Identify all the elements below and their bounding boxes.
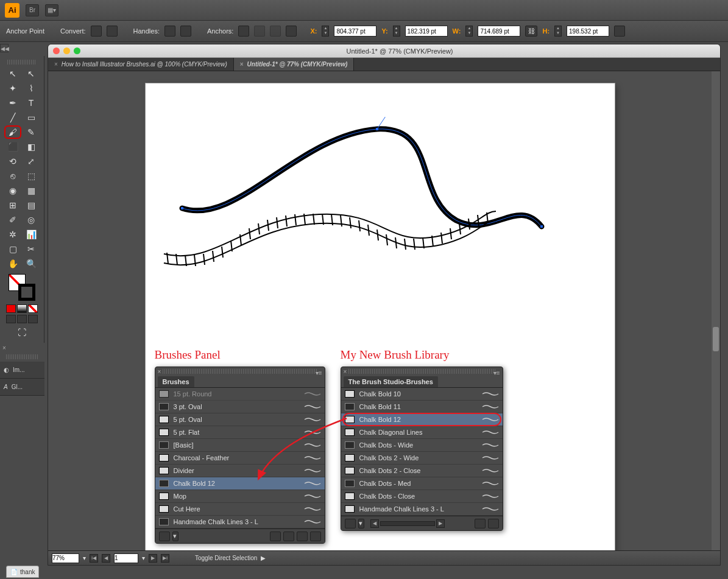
next-artboard-icon[interactable]: ▶ <box>149 554 157 563</box>
os-minimized-window[interactable]: 📄 thank <box>6 566 39 578</box>
artboard-input[interactable] <box>114 553 138 563</box>
anchors-connect-icon[interactable] <box>254 26 265 37</box>
w-stepper[interactable]: ▲▼ <box>465 26 473 37</box>
y-input[interactable] <box>405 26 448 37</box>
zoom-tool[interactable]: 🔍 <box>23 257 40 270</box>
eyedropper-tool[interactable]: ✐ <box>4 213 21 226</box>
convert-smooth-icon[interactable] <box>107 26 118 37</box>
window-minimize-icon[interactable] <box>63 47 70 54</box>
status-mode-label[interactable]: Toggle Direct Selection <box>195 555 257 561</box>
panel-tab[interactable]: The Brush Studio-Brushes <box>344 376 438 387</box>
gradient-swatch-icon[interactable] <box>17 304 27 313</box>
dock-close-icon[interactable]: × <box>2 345 6 351</box>
scrollbar-thumb[interactable] <box>713 327 719 351</box>
artboard[interactable]: Brushes Panel My New Brush Library × ▾≡ … <box>146 83 615 566</box>
window-zoom-icon[interactable] <box>74 47 80 54</box>
panel-grip-icon[interactable] <box>6 354 38 359</box>
align-pixel-icon[interactable] <box>614 26 625 37</box>
brush-list-item[interactable]: 15 pt. Round <box>155 388 325 401</box>
artboard-tool[interactable]: ▢ <box>4 242 21 256</box>
glyphs-panel-tab[interactable]: AGl... <box>0 379 44 396</box>
lasso-tool[interactable]: ⌇ <box>23 82 40 95</box>
brush-libraries-icon[interactable] <box>345 519 356 528</box>
status-mode-dropdown-icon[interactable]: ▶ <box>261 555 266 561</box>
brush-list-item[interactable]: Chalk Dots 2 - Close <box>341 465 503 477</box>
anchors-remove-icon[interactable] <box>238 26 249 37</box>
scale-tool[interactable]: ⤢ <box>23 155 40 168</box>
brush-list-item[interactable]: Chalk Diagonal Lines <box>341 426 503 439</box>
rectangle-tool[interactable]: ▭ <box>23 111 40 124</box>
panel-grip-icon[interactable] <box>163 369 317 374</box>
brush-list-item[interactable]: Handmade Chalk Lines 3 - L <box>155 516 325 528</box>
brush-list-item[interactable]: Chalk Dots 2 - Wide <box>341 452 503 465</box>
first-artboard-icon[interactable]: I◀ <box>90 554 98 563</box>
panel-grip-icon[interactable] <box>7 60 37 65</box>
selection-tool[interactable]: ↖ <box>4 67 21 80</box>
panel-menu-icon[interactable]: ▾≡ <box>316 370 322 376</box>
none-swatch-icon[interactable] <box>28 304 38 313</box>
x-stepper[interactable]: ▲▼ <box>322 26 329 37</box>
direct-selection-tool[interactable]: ↖ <box>23 67 40 80</box>
brush-libraries-icon[interactable] <box>159 532 170 541</box>
artboard-dropdown-icon[interactable]: ▾ <box>142 555 145 561</box>
handles-icon-2[interactable] <box>180 26 191 37</box>
blend-tool[interactable]: ◎ <box>23 213 40 226</box>
vertical-scrollbar[interactable] <box>712 71 720 550</box>
fill-stroke-control[interactable] <box>9 274 35 301</box>
scroll-left-icon[interactable]: ◀ <box>370 519 379 528</box>
canvas-area[interactable]: Brushes Panel My New Brush Library × ▾≡ … <box>48 71 712 550</box>
window-titlebar[interactable]: Untitled-1* @ 77% (CMYK/Preview) <box>48 44 720 58</box>
h-stepper[interactable]: ▲▼ <box>554 26 562 37</box>
draw-normal-icon[interactable] <box>6 315 16 323</box>
brush-list-item[interactable]: Handmade Chalk Lines 3 - L <box>341 503 503 516</box>
draw-inside-icon[interactable] <box>28 315 38 323</box>
zoom-dropdown-icon[interactable]: ▾ <box>83 555 86 561</box>
brush-list-item[interactable]: Mop <box>155 490 325 503</box>
w-input[interactable] <box>478 26 520 37</box>
prev-library-icon[interactable] <box>475 519 486 528</box>
brush-list-item[interactable]: Chalk Bold 11 <box>341 401 503 413</box>
remove-stroke-icon[interactable] <box>270 532 281 541</box>
document-tab[interactable]: ×How to Install Illustrator Brushes.ai @… <box>48 58 234 71</box>
options-icon[interactable] <box>283 532 294 541</box>
scroll-right-icon[interactable]: ▶ <box>436 519 445 528</box>
arrange-documents-button[interactable]: ▦▾ <box>45 4 58 16</box>
graph-tool[interactable]: 📊 <box>23 228 40 241</box>
paintbrush-tool[interactable]: 🖌 <box>4 125 21 139</box>
document-tab[interactable]: ×Untitled-1* @ 77% (CMYK/Preview) <box>234 58 355 71</box>
bridge-button[interactable]: Br <box>26 4 39 16</box>
brush-library-panel[interactable]: × ▾≡ The Brush Studio-Brushes Chalk Bold… <box>341 367 503 531</box>
panel-tab[interactable]: Brushes <box>158 376 194 387</box>
screen-mode-button[interactable]: ⛶ <box>13 326 30 339</box>
window-close-icon[interactable] <box>53 47 60 54</box>
shape-builder-tool[interactable]: ◉ <box>4 184 21 197</box>
type-tool[interactable]: T <box>23 96 40 110</box>
new-brush-icon[interactable] <box>297 532 308 541</box>
hand-tool[interactable]: ✋ <box>4 257 21 270</box>
convert-corner-icon[interactable] <box>91 26 102 37</box>
panel-grip-icon[interactable] <box>348 369 495 374</box>
blob-brush-tool[interactable]: ⬛ <box>4 140 21 153</box>
symbol-sprayer-tool[interactable]: ✲ <box>4 228 21 241</box>
mesh-tool[interactable]: ⊞ <box>4 198 21 212</box>
eraser-tool[interactable]: ◧ <box>23 140 40 153</box>
free-transform-tool[interactable]: ⬚ <box>23 169 40 183</box>
pen-tool[interactable]: ✒ <box>4 96 21 110</box>
pattern-brush-stroke[interactable] <box>155 205 508 278</box>
libraries-menu-icon[interactable]: ▾ <box>358 519 364 528</box>
h-input[interactable] <box>567 26 609 37</box>
panel-menu-icon[interactable]: ▾≡ <box>493 370 500 376</box>
next-library-icon[interactable] <box>488 519 499 528</box>
x-input[interactable] <box>334 26 376 37</box>
width-tool[interactable]: ⎋ <box>4 169 21 183</box>
close-tab-icon[interactable]: × <box>240 61 244 68</box>
brush-list-item[interactable]: Chalk Bold 12 <box>341 413 503 426</box>
zoom-input[interactable] <box>52 553 79 563</box>
scrollbar[interactable] <box>380 521 435 526</box>
perspective-tool[interactable]: ▦ <box>23 184 40 197</box>
brush-list-item[interactable]: Chalk Bold 10 <box>341 388 503 401</box>
panel-close-icon[interactable]: × <box>344 368 347 375</box>
color-swatch-icon[interactable] <box>6 304 16 313</box>
link-wh-icon[interactable]: ⛓ <box>525 26 537 37</box>
draw-behind-icon[interactable] <box>17 315 27 323</box>
